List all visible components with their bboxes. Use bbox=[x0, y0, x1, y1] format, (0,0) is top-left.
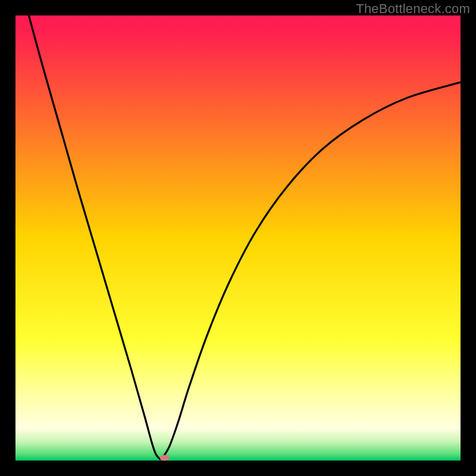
chart-frame: TheBottleneck.com bbox=[0, 0, 476, 476]
watermark-text: TheBottleneck.com bbox=[356, 1, 470, 17]
bottleneck-chart bbox=[0, 0, 476, 476]
plot-background bbox=[15, 15, 461, 461]
current-config-marker bbox=[160, 455, 170, 461]
